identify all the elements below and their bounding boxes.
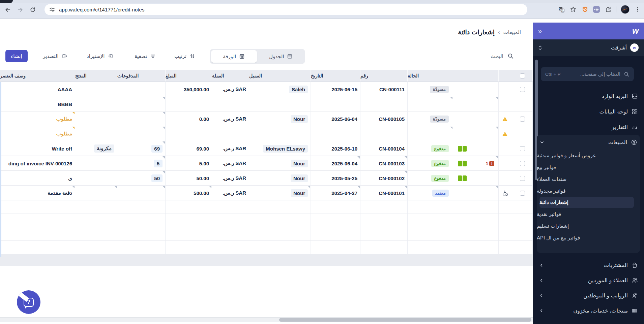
sort-button[interactable]: ترتيب <box>174 50 195 62</box>
customer-chip[interactable]: Saleh <box>289 86 308 93</box>
sidebar-item-sales[interactable]: المبيعات <box>537 135 640 150</box>
sidebar-group-sales: المبيعاتعروض أسعار و فواتير مبدئيةفواتير… <box>537 135 640 253</box>
breadcrumb-parent-link[interactable]: المبيعات <box>503 29 521 35</box>
wafeq-logo[interactable]: w <box>632 26 639 36</box>
help-button[interactable]: ? <box>17 290 40 314</box>
column-header-status[interactable]: الحالة <box>408 70 453 82</box>
row-checkbox[interactable] <box>520 176 525 181</box>
sidebar-subitem[interactable]: فواتير مجدولة <box>537 185 640 197</box>
journal-books-icon[interactable] <box>458 146 467 152</box>
customer-chip[interactable]: Nour <box>291 189 308 197</box>
product-chip[interactable]: مكرونة <box>94 144 114 153</box>
cell-date: 2025-06-10 <box>311 141 360 156</box>
row-checkbox[interactable] <box>520 117 525 122</box>
filter-button[interactable]: تصفية <box>135 50 156 62</box>
table-row[interactable]: ding of invoice INV-00012655.00SAR ر.س.N… <box>0 156 533 171</box>
sidebar-subitem[interactable]: فواتير نقدية <box>537 208 640 220</box>
bookmark-button[interactable] <box>569 6 577 13</box>
extensions-menu-button[interactable] <box>604 6 612 13</box>
sidebar-subitem[interactable]: عروض أسعار و فواتير مبدئية <box>537 150 640 161</box>
table-row[interactable]: مطلوبمطلوب0.00SAR ر.س.Nour2025-06-04CN-0… <box>0 111 533 141</box>
back-button[interactable] <box>4 6 11 13</box>
table-row[interactable]: ى5050.00SAR ر.س.Nour2025-05-25CN-000102م… <box>0 171 533 186</box>
collapse-sidebar-icon[interactable]: » <box>538 27 541 35</box>
chevron-left-icon[interactable] <box>539 263 544 268</box>
site-info-icon[interactable] <box>49 7 55 12</box>
sidebar-subitem[interactable]: فواتير بيع من ال API <box>537 232 640 244</box>
table-row[interactable]: Write offمكرونة6969.00SAR ر.س.Mohsen ELs… <box>0 141 533 156</box>
create-button[interactable]: إنشاء <box>5 50 28 62</box>
user-switcher-icon[interactable] <box>538 45 542 51</box>
sidebar-subitem[interactable]: فواتير بيع <box>537 161 640 173</box>
customer-chip[interactable]: Nour <box>291 115 308 123</box>
user-avatar[interactable]: w <box>630 43 639 52</box>
cell-desc: ى <box>0 171 75 186</box>
column-header-number[interactable]: رقم <box>360 70 408 82</box>
chevron-down-icon[interactable] <box>539 140 545 145</box>
select-all-checkbox[interactable] <box>520 73 525 78</box>
row-checkbox[interactable] <box>520 191 525 196</box>
payment-chip[interactable]: 50 <box>151 174 163 182</box>
chevron-left-icon[interactable] <box>539 278 544 283</box>
column-header-product[interactable]: المنتج <box>75 70 117 82</box>
download-button[interactable] <box>502 190 508 196</box>
address-bar[interactable]: app.wafeq.com/c/141771/credit-notes <box>45 4 527 15</box>
sidebar-item-contacts[interactable]: العملاء و الموردين <box>533 273 644 288</box>
customer-chip[interactable]: Mohsen ELsawy <box>263 145 308 153</box>
column-header-attach[interactable] <box>453 70 499 82</box>
search-button[interactable]: البحث <box>491 50 514 62</box>
export-button[interactable]: التصدير <box>43 50 67 62</box>
sidebar-subitem[interactable]: إشعارات تسليم <box>537 220 640 232</box>
sidebar-subitem[interactable]: سندات العملاء <box>537 173 640 185</box>
sidebar-item-products[interactable]: منتجات، خدمات، مخزون <box>533 303 644 318</box>
table-row[interactable]: AAAABBBB350,000.00SAR ر.س.Saleh2025-06-1… <box>0 82 533 111</box>
column-header-currency[interactable]: العملة <box>212 70 249 82</box>
column-header-amount[interactable]: المبلغ <box>166 70 212 82</box>
url-text[interactable]: app.wafeq.com/c/141771/credit-notes <box>59 7 145 12</box>
sidebar-item-payroll[interactable]: الرواتب و الموظفين <box>533 288 644 303</box>
sidebar-user-row[interactable]: أشرقت w <box>533 39 644 56</box>
sidebar-subitem-selected[interactable]: إشعارات دائنة <box>539 197 634 208</box>
customer-chip[interactable]: Nour <box>291 160 308 167</box>
sidebar-item-dashboard[interactable]: لوحة البيانات <box>533 104 644 119</box>
cell-status: مدفوع <box>408 171 453 186</box>
view-sheet-tab[interactable]: الورقة <box>211 50 257 63</box>
column-header-select[interactable] <box>499 70 533 82</box>
sidebar-item-inbox[interactable]: البريد الوارد <box>533 88 644 104</box>
row-checkbox[interactable] <box>520 161 525 166</box>
sidebar-item-reports[interactable]: التقارير <box>533 119 644 135</box>
cell-date: 2025-04-27 <box>311 186 360 200</box>
view-table-tab[interactable]: الجدول <box>258 50 304 63</box>
column-header-desc[interactable]: وصف العنصر <box>0 70 75 82</box>
translate-button[interactable]: G文 <box>558 6 565 13</box>
extension-button[interactable] <box>593 6 600 13</box>
goto-page-input[interactable]: Ctrl + P الذهاب إلى صفحة... <box>541 67 634 81</box>
alert-badge[interactable]: 1! <box>486 161 494 166</box>
cell-payments: 50 <box>117 171 166 186</box>
column-header-payments[interactable]: المدفوعات <box>117 70 166 82</box>
row-checkbox[interactable] <box>520 87 525 92</box>
hscrollbar-thumb[interactable] <box>279 318 531 322</box>
journal-books-icon[interactable] <box>458 175 467 181</box>
adblock-extension-button[interactable] <box>581 6 589 13</box>
profile-avatar[interactable] <box>621 5 630 14</box>
payment-chip[interactable]: 5 <box>154 160 163 167</box>
table-row[interactable]: دفعة مقدمة500.00SAR ر.س.Nour2025-04-27CN… <box>0 186 533 200</box>
import-button[interactable]: الإستيراد <box>87 50 113 62</box>
chrome-menu-button[interactable] <box>634 6 641 13</box>
column-header-customer[interactable]: العميل <box>249 70 311 82</box>
horizontal-scrollbar[interactable] <box>0 317 533 322</box>
row-checkbox[interactable] <box>520 146 525 151</box>
customer-chip[interactable]: Nour <box>291 174 308 182</box>
sidebar-item-purchases[interactable]: المشتريات <box>533 258 644 273</box>
cell-number: CN-000104 <box>360 141 408 156</box>
reload-button[interactable] <box>29 6 36 13</box>
column-header-date[interactable]: التاريخ <box>311 70 360 82</box>
chevron-left-icon[interactable] <box>539 308 544 313</box>
payment-chip[interactable]: 69 <box>151 145 163 153</box>
journal-books-icon[interactable] <box>458 161 467 166</box>
chevron-left-icon[interactable] <box>539 293 544 298</box>
forward-button[interactable] <box>17 6 24 13</box>
corner-marker <box>405 156 407 159</box>
currency-cell: SAR ر.س. <box>212 141 249 156</box>
